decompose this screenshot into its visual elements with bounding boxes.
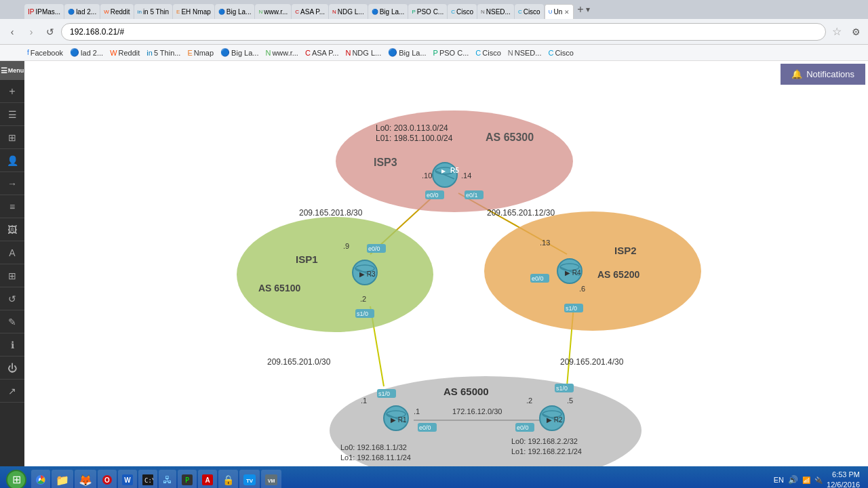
bookmark-reddit[interactable]: WReddit bbox=[107, 49, 142, 57]
bookmark-www[interactable]: Nwww.r... bbox=[262, 49, 300, 57]
sidebar-icon-user[interactable]: 👤 bbox=[0, 149, 24, 172]
sidebar-icon-grid[interactable]: ⊞ bbox=[0, 126, 24, 149]
svg-text:A: A bbox=[205, 476, 210, 484]
bookmark-favicon-reddit: W bbox=[110, 49, 117, 57]
sidebar-icon-edit[interactable]: ✎ bbox=[0, 310, 24, 333]
bookmark-favicon-cisco1b: C bbox=[475, 49, 481, 57]
tab-asa[interactable]: C ASA P... bbox=[292, 4, 328, 19]
forward-button[interactable]: › bbox=[23, 24, 39, 40]
start-button[interactable]: ⊞ bbox=[3, 468, 30, 488]
taskbar-putty[interactable]: P bbox=[178, 470, 197, 488]
taskbar-files[interactable]: 📁 bbox=[52, 470, 73, 488]
svg-text:.1: .1 bbox=[414, 407, 420, 415]
bookmark-in[interactable]: in5 Thin... bbox=[144, 49, 183, 57]
sidebar-icon-add[interactable]: + bbox=[0, 80, 24, 103]
tab-list-button[interactable]: ▾ bbox=[586, 5, 590, 14]
tab-reddit[interactable]: W Reddit bbox=[100, 4, 133, 19]
sidebar-icon-power[interactable]: ⏻ bbox=[0, 357, 24, 380]
new-tab-button[interactable]: + bbox=[577, 3, 583, 16]
tab-favicon-www: N bbox=[258, 9, 262, 15]
bookmark-bigla2[interactable]: 🔵Big La... bbox=[385, 48, 429, 57]
svg-text:O: O bbox=[104, 476, 110, 484]
bookmark-pso[interactable]: PPSO C... bbox=[431, 49, 472, 57]
tray-sound[interactable]: 🔊 bbox=[788, 475, 798, 485]
refresh-button[interactable]: ↺ bbox=[42, 24, 58, 40]
address-bar[interactable] bbox=[61, 23, 826, 41]
system-clock: 6:53 PM 12/6/2016 bbox=[827, 470, 860, 488]
bookmark-ndg[interactable]: NNDG L... bbox=[342, 49, 384, 57]
tab-favicon-pso: P bbox=[412, 9, 415, 15]
sidebar-icon-grid2[interactable]: ⊞ bbox=[0, 264, 24, 287]
bookmark-nsed[interactable]: NNSED... bbox=[505, 49, 545, 57]
taskbar-opera[interactable]: O bbox=[98, 470, 117, 488]
tray-network-icon[interactable]: 📶 bbox=[802, 476, 810, 484]
sidebar-icon-arrow[interactable]: → bbox=[0, 172, 24, 195]
bookmark-favicon-pso2: P bbox=[433, 49, 438, 57]
notifications-button[interactable]: 🔔 Notifications bbox=[781, 64, 865, 85]
taskbar-chrome[interactable] bbox=[31, 470, 50, 488]
bookmark-fb[interactable]: fFacebook bbox=[24, 49, 66, 57]
tab-pso[interactable]: P PSO C... bbox=[408, 4, 447, 19]
tab-favicon-lad: 🔵 bbox=[68, 9, 75, 15]
svg-text:e0/1: e0/1 bbox=[466, 192, 478, 199]
tab-favicon-bigla2: 🔵 bbox=[372, 9, 378, 15]
tab-lad[interactable]: 🔵 lad 2... bbox=[64, 4, 100, 19]
bookmark-favicon-asa2: C bbox=[305, 49, 311, 57]
taskbar-firefox[interactable]: 🦊 bbox=[75, 470, 96, 488]
tab-favicon-5thin: in bbox=[138, 9, 142, 15]
sidebar-icon-info[interactable]: ℹ bbox=[0, 333, 24, 357]
svg-text:.13: .13 bbox=[540, 239, 550, 247]
svg-text:▶: ▶ bbox=[441, 168, 446, 174]
svg-text:C:\: C:\ bbox=[144, 477, 153, 484]
svg-point-6 bbox=[237, 217, 433, 332]
tab-label-pso: PSO C... bbox=[417, 8, 443, 16]
sidebar-icon-menu2[interactable]: ≡ bbox=[0, 195, 24, 218]
bookmark-favicon-nsed2: N bbox=[508, 49, 513, 57]
bookmark-lad2[interactable]: 🔵lad 2... bbox=[67, 48, 106, 57]
tab-label-cisco1: Cisco bbox=[456, 8, 473, 16]
svg-text:AS 65100: AS 65100 bbox=[258, 283, 300, 293]
tab-label-bigla2: Big La... bbox=[380, 8, 405, 16]
bookmark-bigla[interactable]: 🔵Big La... bbox=[218, 48, 261, 57]
taskbar-vpn[interactable]: 🔒 bbox=[218, 470, 238, 488]
tab-cisco2[interactable]: C Cisco bbox=[515, 4, 544, 19]
clock-date: 12/6/2016 bbox=[827, 480, 860, 488]
main-canvas: 🔔 Notifications Lo0: 203. bbox=[24, 61, 868, 466]
sidebar-icon-list[interactable]: ☰ bbox=[0, 103, 24, 126]
taskbar-network[interactable]: 🖧 bbox=[159, 470, 176, 488]
svg-text:s1/0: s1/0 bbox=[566, 305, 577, 312]
tab-ndg[interactable]: N NDG L... bbox=[329, 4, 368, 19]
svg-text:W: W bbox=[124, 476, 131, 484]
bookmark-cisco2b[interactable]: CCisco bbox=[545, 49, 576, 57]
tab-bigla1[interactable]: 🔵 Big La... bbox=[215, 4, 255, 19]
back-button[interactable]: ‹ bbox=[4, 24, 20, 40]
bookmark-cisco1b[interactable]: CCisco bbox=[473, 49, 503, 57]
sidebar-icon-text[interactable]: A bbox=[0, 241, 24, 264]
settings-button[interactable]: ⚙ bbox=[848, 24, 864, 40]
tab-favicon-reddit: W bbox=[104, 9, 109, 15]
tab-close-un[interactable]: ✕ bbox=[564, 9, 570, 16]
taskbar-vmware[interactable]: VM bbox=[261, 470, 281, 488]
taskbar-word[interactable]: W bbox=[118, 470, 137, 488]
sidebar-icon-refresh[interactable]: ↺ bbox=[0, 287, 24, 310]
menu-button[interactable]: ☰ Menu bbox=[0, 61, 24, 80]
tab-bigla2[interactable]: 🔵 Big La... bbox=[368, 4, 408, 19]
tab-nmap[interactable]: E EH Nmap bbox=[173, 4, 214, 19]
sidebar-icon-image[interactable]: 🖼 bbox=[0, 218, 24, 241]
svg-text:e0/0: e0/0 bbox=[427, 192, 439, 199]
tab-cisco1[interactable]: C Cisco bbox=[448, 4, 477, 19]
sidebar-icon-export[interactable]: ↗ bbox=[0, 380, 24, 403]
taskbar-acrobat[interactable]: A bbox=[198, 470, 217, 488]
bookmark-asa[interactable]: CASA P... bbox=[302, 49, 342, 57]
tab-5thin[interactable]: in in 5 Thin bbox=[134, 4, 172, 19]
tab-favicon-ipmast: IP bbox=[28, 8, 34, 16]
bookmark-button[interactable]: ☆ bbox=[829, 24, 845, 40]
bookmark-nmap[interactable]: ENmap bbox=[184, 49, 216, 57]
tab-nsed[interactable]: N NSED... bbox=[477, 4, 514, 19]
taskbar-teamviewer[interactable]: TV bbox=[239, 470, 260, 488]
taskbar-cmd[interactable]: C:\ bbox=[138, 470, 157, 488]
tab-ipmast[interactable]: IP IPMas... bbox=[24, 4, 64, 19]
tab-label-un: Un bbox=[553, 8, 562, 16]
tab-www[interactable]: N www.r... bbox=[255, 4, 291, 19]
tab-un-active[interactable]: U Un ✕ bbox=[545, 4, 574, 19]
